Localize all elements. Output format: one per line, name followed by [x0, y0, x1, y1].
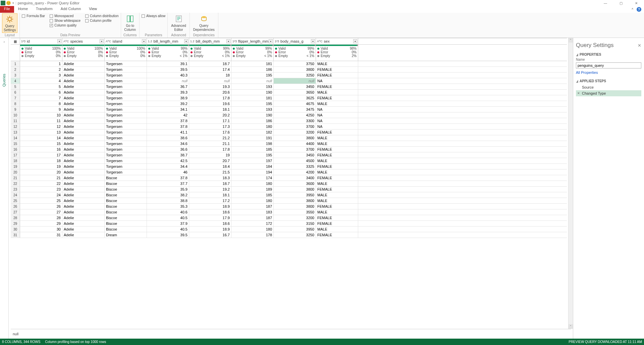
cell[interactable]: Biscoe — [105, 227, 147, 232]
row-number[interactable]: 4 — [11, 78, 20, 84]
cell[interactable]: 31 — [20, 232, 62, 238]
cell[interactable]: 4675 — [274, 101, 316, 106]
column-header-sex[interactable]: AᴮCsex▾ — [316, 38, 358, 44]
cell[interactable]: 18.7 — [189, 181, 231, 186]
cell[interactable]: 185 — [231, 147, 274, 152]
row-number[interactable]: 23 — [11, 187, 20, 192]
cell[interactable]: 3250 — [274, 72, 316, 78]
cell[interactable]: MALE — [316, 181, 358, 186]
cell[interactable]: Torgersen — [105, 169, 147, 175]
cell[interactable]: 18.6 — [189, 209, 231, 215]
cell[interactable]: Adelie — [62, 169, 105, 175]
cell[interactable]: FEMALE — [316, 95, 358, 101]
cell[interactable]: 172 — [231, 221, 274, 226]
cell[interactable]: 37.8 — [147, 124, 189, 129]
cell[interactable]: 193 — [231, 84, 274, 89]
step-changed-type[interactable]: ✕Changed Type — [576, 90, 641, 96]
cell[interactable]: Adelie — [62, 181, 105, 186]
table-row[interactable]: 22AdelieTorgersen39.517.41863800FEMALE — [11, 67, 567, 72]
cell[interactable]: 182 — [231, 130, 274, 135]
cell[interactable]: 17.9 — [189, 215, 231, 220]
cell[interactable]: 3150 — [274, 221, 316, 226]
tab-home[interactable]: Home — [14, 6, 32, 13]
step-source[interactable]: Source — [576, 84, 641, 90]
cell[interactable]: 40.5 — [147, 215, 189, 220]
cell[interactable]: Adelie — [62, 209, 105, 215]
cell[interactable]: Torgersen — [105, 158, 147, 163]
cell[interactable]: 11 — [20, 118, 62, 124]
row-number[interactable]: 28 — [11, 215, 20, 220]
cell[interactable]: Torgersen — [105, 67, 147, 72]
cell[interactable]: 3450 — [274, 152, 316, 158]
cell[interactable]: 194 — [231, 169, 274, 175]
cell[interactable]: 3325 — [274, 164, 316, 169]
cell[interactable]: 14 — [20, 135, 62, 141]
vertical-scrollbar[interactable]: ˄ ˅ — [568, 38, 573, 329]
row-number[interactable]: 14 — [11, 135, 20, 141]
cell[interactable]: Torgersen — [105, 130, 147, 135]
cell[interactable]: Torgersen — [105, 152, 147, 158]
cell[interactable]: 3450 — [274, 84, 316, 89]
table-row[interactable]: 2222AdelieBiscoe37.718.71803600MALE — [11, 181, 567, 187]
cell[interactable]: 3 — [20, 72, 62, 78]
cell[interactable]: 17.3 — [189, 124, 231, 129]
cell[interactable]: 190 — [231, 90, 274, 95]
check-monospaced[interactable]: Monospaced — [50, 14, 80, 18]
check-column-profile[interactable]: Column profile — [85, 19, 119, 22]
cell[interactable]: Biscoe — [105, 204, 147, 209]
cell[interactable]: FEMALE — [316, 72, 358, 78]
cell[interactable]: Adelie — [62, 135, 105, 141]
row-number[interactable]: 13 — [11, 130, 20, 135]
row-number[interactable]: 19 — [11, 164, 20, 169]
cell[interactable]: 27 — [20, 209, 62, 215]
cell[interactable]: 21.1 — [189, 141, 231, 146]
cell[interactable]: 34.6 — [147, 141, 189, 146]
cell[interactable]: Adelie — [62, 232, 105, 238]
filter-dropdown-icon[interactable]: ▾ — [184, 39, 188, 43]
cell[interactable]: 10 — [20, 112, 62, 118]
cell[interactable]: 3950 — [274, 192, 316, 198]
help-icon[interactable]: ? — [637, 7, 641, 12]
cell[interactable]: 38.7 — [147, 152, 189, 158]
cell[interactable]: 187 — [231, 204, 274, 209]
cell[interactable]: FEMALE — [316, 187, 358, 192]
row-number[interactable]: 26 — [11, 204, 20, 209]
queries-rail[interactable]: › Queries — [0, 38, 9, 339]
cell[interactable]: 3700 — [274, 124, 316, 129]
cell[interactable]: 180 — [231, 124, 274, 129]
cell[interactable]: Adelie — [62, 198, 105, 203]
cell[interactable]: 18.7 — [189, 61, 231, 66]
cell[interactable]: 36.6 — [147, 147, 189, 152]
cell[interactable]: MALE — [316, 101, 358, 106]
table-row[interactable]: 1111AdelieTorgersen37.817.11863300NA — [11, 118, 567, 124]
cell[interactable]: 3800 — [274, 198, 316, 203]
cell[interactable]: 42.5 — [147, 158, 189, 163]
cell[interactable]: MALE — [316, 227, 358, 232]
cell[interactable]: 37.8 — [147, 175, 189, 181]
cell[interactable]: 18.1 — [189, 192, 231, 198]
cell[interactable]: Adelie — [62, 124, 105, 129]
cell[interactable]: null — [274, 78, 316, 84]
cell[interactable]: Adelie — [62, 61, 105, 66]
column-header-flipper_length_mm[interactable]: 1²3flipper_length_mm▾ — [231, 38, 274, 44]
row-number[interactable]: 30 — [11, 227, 20, 232]
cell[interactable]: 21.5 — [189, 169, 231, 175]
status-profile[interactable]: Column profiling based on top 1000 rows — [45, 340, 106, 344]
cell[interactable]: 3800 — [274, 67, 316, 72]
cell[interactable]: 20 — [20, 169, 62, 175]
cell[interactable]: MALE — [316, 158, 358, 163]
cell[interactable]: 189 — [231, 187, 274, 192]
cell[interactable]: 3400 — [274, 175, 316, 181]
cell[interactable]: 198 — [231, 141, 274, 146]
cell[interactable]: 29 — [20, 221, 62, 226]
cell[interactable]: 197 — [231, 158, 274, 163]
cell[interactable]: 180 — [231, 198, 274, 203]
cell[interactable]: null — [231, 78, 274, 84]
row-number[interactable]: 16 — [11, 147, 20, 152]
row-number[interactable]: 9 — [11, 107, 20, 112]
close-button[interactable]: ✕ — [629, 0, 644, 6]
table-row[interactable]: 2323AdelieBiscoe35.919.21893800FEMALE — [11, 187, 567, 192]
row-number[interactable]: 27 — [11, 209, 20, 215]
cell[interactable]: Adelie — [62, 118, 105, 124]
cell[interactable]: 42 — [147, 112, 189, 118]
